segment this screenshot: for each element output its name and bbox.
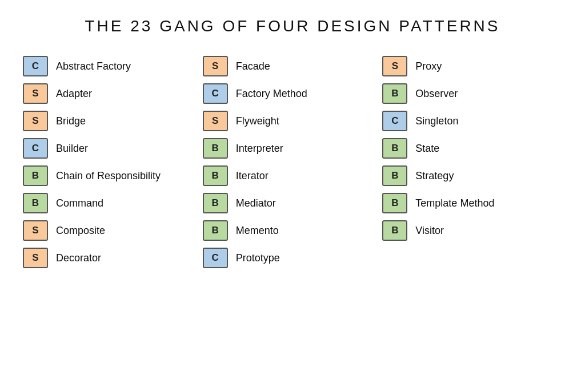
label-builder: Builder xyxy=(56,143,88,155)
label-iterator: Iterator xyxy=(236,170,269,182)
label-decorator: Decorator xyxy=(56,252,101,264)
badge-prototype: C xyxy=(203,248,228,268)
badge-composite: S xyxy=(23,220,48,241)
badge-singleton: C xyxy=(382,111,407,131)
label-prototype: Prototype xyxy=(236,252,280,264)
badge-builder: C xyxy=(23,138,48,159)
label-mediator: Mediator xyxy=(236,197,276,209)
label-command: Command xyxy=(56,197,103,209)
badge-iterator: B xyxy=(203,165,228,186)
list-item: BVisitor xyxy=(382,217,562,244)
list-item: CFactory Method xyxy=(203,80,383,107)
badge-state: B xyxy=(382,138,407,159)
label-visitor: Visitor xyxy=(415,225,444,237)
label-composite: Composite xyxy=(56,225,105,237)
label-flyweight: Flyweight xyxy=(236,115,279,127)
badge-visitor: B xyxy=(382,220,407,241)
label-interpreter: Interpreter xyxy=(236,143,283,155)
list-item: SComposite xyxy=(23,217,203,244)
list-item: BState xyxy=(382,135,562,162)
badge-memento: B xyxy=(203,220,228,241)
list-item: CSingleton xyxy=(382,107,562,135)
label-factory-method: Factory Method xyxy=(236,88,307,100)
list-item: SFlyweight xyxy=(203,107,383,135)
list-item: BInterpreter xyxy=(203,135,383,162)
list-item: BIterator xyxy=(203,162,383,189)
list-item: SDecorator xyxy=(23,244,203,272)
list-item: BTemplate Method xyxy=(382,189,562,217)
badge-decorator: S xyxy=(23,248,48,268)
badge-proxy: S xyxy=(382,56,407,76)
label-proxy: Proxy xyxy=(415,60,442,72)
list-item: BChain of Responsibility xyxy=(23,162,203,189)
label-strategy: Strategy xyxy=(415,170,454,182)
label-memento: Memento xyxy=(236,225,279,237)
badge-interpreter: B xyxy=(203,138,228,159)
label-observer: Observer xyxy=(415,88,458,100)
label-bridge: Bridge xyxy=(56,115,86,127)
list-item: BMemento xyxy=(203,217,383,244)
label-facade: Facade xyxy=(236,60,270,72)
label-adapter: Adapter xyxy=(56,88,92,100)
badge-factory-method: C xyxy=(203,83,228,104)
list-item: BObserver xyxy=(382,80,562,107)
badge-mediator: B xyxy=(203,193,228,213)
list-item: SAdapter xyxy=(23,80,203,107)
list-item: BStrategy xyxy=(382,162,562,189)
badge-abstract-factory: C xyxy=(23,56,48,76)
list-item: CAbstract Factory xyxy=(23,52,203,80)
column-0: CAbstract FactorySAdapterSBridgeCBuilder… xyxy=(23,52,203,272)
badge-chain-of-responsibility: B xyxy=(23,165,48,186)
list-item: BMediator xyxy=(203,189,383,217)
label-state: State xyxy=(415,143,439,155)
badge-bridge: S xyxy=(23,111,48,131)
column-1: SFacadeCFactory MethodSFlyweightBInterpr… xyxy=(203,52,383,272)
label-template-method: Template Method xyxy=(415,197,494,209)
list-item: CBuilder xyxy=(23,135,203,162)
page-title: THE 23 GANG OF FOUR DESIGN PATTERNS xyxy=(85,17,500,35)
column-2: SProxyBObserverCSingletonBStateBStrategy… xyxy=(382,52,562,272)
badge-command: B xyxy=(23,193,48,213)
list-item: CPrototype xyxy=(203,244,383,272)
badge-strategy: B xyxy=(382,165,407,186)
badge-observer: B xyxy=(382,83,407,104)
label-chain-of-responsibility: Chain of Responsibility xyxy=(56,170,161,182)
badge-adapter: S xyxy=(23,83,48,104)
list-item: SFacade xyxy=(203,52,383,80)
label-abstract-factory: Abstract Factory xyxy=(56,60,131,72)
badge-template-method: B xyxy=(382,193,407,213)
badge-facade: S xyxy=(203,56,228,76)
label-singleton: Singleton xyxy=(415,115,458,127)
list-item: SBridge xyxy=(23,107,203,135)
list-item: BCommand xyxy=(23,189,203,217)
patterns-grid: CAbstract FactorySAdapterSBridgeCBuilder… xyxy=(23,52,562,272)
badge-flyweight: S xyxy=(203,111,228,131)
list-item: SProxy xyxy=(382,52,562,80)
